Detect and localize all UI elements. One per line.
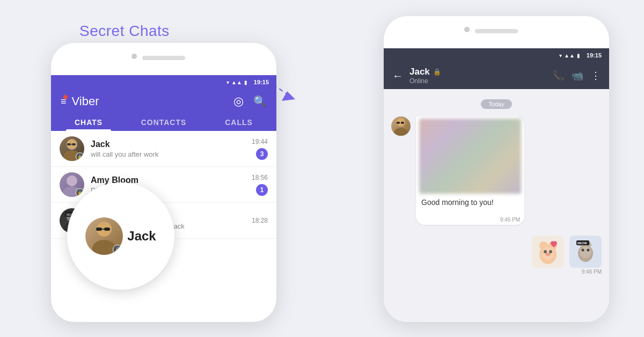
signal-icons-right: ▾ ▲▲ ▮: [559, 53, 580, 58]
svg-rect-17: [104, 228, 110, 231]
chat-time-jack: 19:44: [252, 138, 268, 145]
messages-area: 9:46 PM Good morning to you!: [384, 116, 609, 231]
tab-calls[interactable]: CALLS: [201, 113, 276, 131]
left-phone: ▾ ▲▲ ▮ 19:15 ≡ Viber ◎ 🔍 CHATS CONT: [51, 43, 276, 322]
message-bubble-image: 9:46 PM Good morning to you!: [416, 116, 524, 225]
svg-point-27: [544, 250, 547, 253]
search-icon[interactable]: 🔍: [253, 95, 267, 108]
tabs-row: CHATS CONTACTS CALLS: [51, 113, 276, 131]
header-icons: ◎ 🔍: [233, 94, 267, 108]
signal-icon-right: ▲▲: [564, 53, 575, 58]
date-pill: Today: [481, 99, 511, 109]
chat-name-jack: Jack: [91, 140, 252, 149]
video-call-icon[interactable]: 📹: [572, 70, 583, 82]
chat-meta-amy2: 18:28: [252, 217, 268, 224]
status-bar-right: ▾ ▲▲ ▮ 19:15: [384, 48, 609, 62]
lock-badge-jack: 🔒: [76, 152, 84, 161]
chat-info-jack: Jack will call you after work: [91, 140, 252, 158]
svg-point-29: [545, 253, 551, 256]
svg-point-7: [67, 175, 77, 186]
chat-item-jack[interactable]: 🔒 Jack will call you after work 19:44 3: [51, 131, 276, 167]
message-row-image: 9:46 PM Good morning to you!: [391, 116, 602, 225]
lock-badge-amy1: 🔒: [76, 188, 84, 197]
zoom-circle-content: 🔒 Jack: [69, 184, 173, 288]
chat-header: ← Jack 🔒 Online 📞 📹 ⋮: [384, 62, 609, 89]
phone-camera: [131, 54, 137, 59]
phone-speaker: [142, 56, 185, 60]
wifi-icon: ▾: [226, 79, 229, 85]
chat-time-amy1: 18:56: [252, 174, 268, 181]
svg-point-20: [394, 128, 408, 136]
tab-contacts[interactable]: CONTACTS: [126, 113, 201, 131]
back-button[interactable]: ←: [392, 70, 403, 82]
signal-icons: ▾ ▲▲ ▮: [226, 79, 247, 85]
msg-avatar-jack: [391, 116, 411, 136]
avatar-amy1: 🔒: [60, 172, 84, 197]
chat-contact-name: Jack 🔒: [409, 67, 546, 77]
voice-call-icon[interactable]: 📞: [552, 70, 564, 82]
lock-icon-header: 🔒: [433, 68, 441, 76]
badge-jack: 3: [256, 148, 268, 160]
phone-speaker-right: [475, 29, 518, 33]
menu-icon[interactable]: ≡: [61, 96, 67, 107]
message-text: Good morning to you!: [419, 196, 521, 214]
battery-icon: ▮: [244, 79, 247, 85]
notification-dot: [63, 95, 68, 99]
chat-preview-jack: will call you after work: [91, 150, 252, 158]
chat-online-status: Online: [409, 77, 546, 85]
app-name: Viber: [72, 94, 99, 108]
message-image: [419, 119, 521, 194]
signal-icon: ▲▲: [231, 79, 242, 85]
phone-right-screen: ▾ ▲▲ ▮ 19:15 ← Jack 🔒 Online 📞 📹 ⋮: [384, 48, 609, 322]
chat-time-amy2: 18:28: [252, 217, 268, 224]
tab-chats[interactable]: CHATS: [51, 113, 126, 131]
phone-camera-right: [464, 27, 470, 32]
sticker-1: [532, 236, 564, 268]
right-phone: ▾ ▲▲ ▮ 19:15 ← Jack 🔒 Online 📞 📹 ⋮: [384, 16, 609, 322]
svg-point-34: [581, 248, 584, 251]
status-bar-left: ▾ ▲▲ ▮ 19:15: [51, 75, 276, 89]
messages-container: Today: [384, 89, 609, 277]
more-options-icon[interactable]: ⋮: [591, 70, 601, 82]
qr-icon[interactable]: ◎: [233, 94, 244, 108]
chat-header-info: Jack 🔒 Online: [409, 67, 546, 85]
wifi-icon-right: ▾: [559, 53, 562, 58]
badge-amy1: 1: [256, 184, 268, 196]
stickers-row: MEOW: [384, 236, 609, 268]
zoom-circle: 🔒 Jack: [67, 182, 174, 290]
viber-title-row: ≡ Viber: [61, 94, 99, 108]
page-title: Secret Chats: [79, 23, 170, 40]
status-time-right: 19:15: [587, 52, 602, 58]
sticker-2: MEOW: [569, 236, 602, 268]
svg-rect-22: [401, 122, 404, 124]
svg-point-35: [587, 248, 589, 251]
svg-rect-4: [67, 143, 71, 145]
sticker-timestamp: 9:46 PM: [384, 269, 609, 275]
viber-header: ≡ Viber ◎ 🔍: [51, 89, 276, 113]
svg-point-28: [549, 250, 552, 253]
chat-header-actions: 📞 📹 ⋮: [552, 70, 601, 82]
svg-rect-5: [72, 143, 76, 145]
avatar-jack: 🔒: [60, 136, 84, 161]
svg-rect-21: [397, 122, 400, 124]
battery-icon-right: ▮: [577, 53, 580, 58]
svg-rect-16: [96, 228, 102, 231]
message-image-time: 9:46 PM: [500, 217, 520, 223]
svg-point-33: [580, 246, 591, 258]
status-time-left: 19:15: [254, 79, 269, 85]
date-divider: Today: [384, 99, 609, 109]
svg-text:MEOW: MEOW: [577, 241, 588, 245]
chat-meta-jack: 19:44 3: [252, 138, 268, 160]
chat-meta-amy1: 18:56 1: [252, 174, 268, 196]
zoom-name: Jack: [127, 229, 156, 244]
